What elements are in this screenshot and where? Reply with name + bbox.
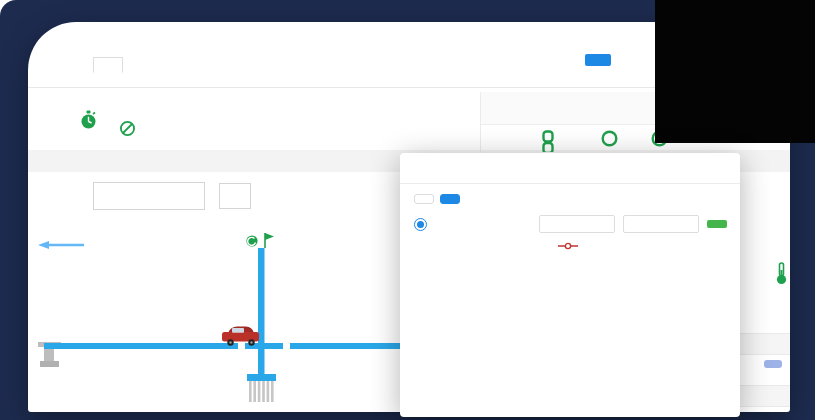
section-controls (93, 182, 251, 210)
video-monitoring-button[interactable] (585, 54, 611, 66)
query-start-time-input[interactable] (539, 215, 615, 233)
vibration-chart (404, 252, 738, 392)
round-sensor-icon[interactable] (601, 130, 618, 151)
tab-monitor-playback[interactable] (440, 194, 460, 204)
tab-realtime-curve-chart[interactable] (414, 194, 434, 204)
legend-marker-icon (558, 241, 578, 252)
modal-header (400, 153, 740, 184)
thermometer-icon (775, 271, 788, 288)
bridge-tower (247, 248, 276, 402)
compare-analysis-button[interactable] (764, 360, 782, 368)
query-button[interactable] (707, 220, 727, 228)
stopwatch-icon (80, 110, 97, 134)
ban-icon (119, 120, 136, 141)
tab-bridge-monitoring[interactable] (93, 57, 123, 73)
sensor-strip (80, 94, 136, 148)
enlarge-section-button[interactable] (219, 183, 251, 209)
realtime-curve-modal (400, 153, 740, 417)
black-overlay-window (655, 0, 815, 143)
recent-two-months-radio[interactable] (414, 218, 427, 231)
query-end-time-input[interactable] (623, 215, 699, 233)
query-row (414, 215, 727, 233)
chart-legend[interactable] (400, 241, 740, 252)
flag-sensor-icon[interactable] (265, 233, 274, 248)
chart-canvas (404, 252, 736, 388)
modal-tab-bar (414, 194, 740, 204)
west-arrow-icon (38, 241, 84, 249)
tower-sensor-icon[interactable] (246, 235, 257, 246)
car-illustration (222, 327, 259, 346)
temperature-sensor-item[interactable] (753, 262, 790, 291)
section-select[interactable] (93, 182, 205, 210)
chain-sensor-icon[interactable] (541, 130, 555, 152)
